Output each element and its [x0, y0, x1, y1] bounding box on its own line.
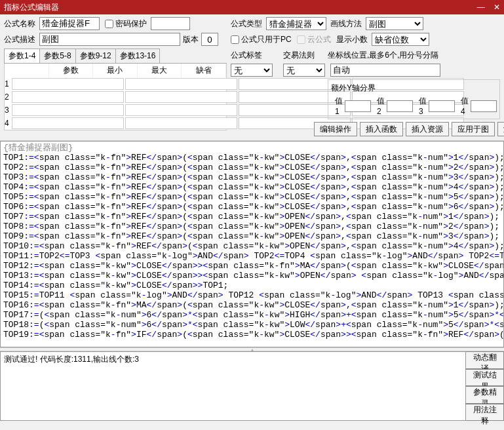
password-checkbox[interactable] [105, 20, 113, 28]
coordpos-field[interactable] [330, 64, 440, 77]
tab-params-13-16[interactable]: 参数13-16 [115, 49, 161, 63]
status-message: 测试通过! 代码长度:1311,输出线个数:3 [0, 351, 466, 421]
insfn-button[interactable]: 插入函数 [360, 122, 403, 136]
extra-y-group: 额外Y轴分界 值1 值2 值3 值4 [328, 79, 500, 119]
param-1-min[interactable] [125, 78, 237, 90]
label-traderule: 交易法则 [283, 50, 319, 61]
param-3-min[interactable] [125, 104, 237, 116]
code-editor[interactable]: {猎金捕捉器副图} TOP1:=<span class="k-fn">REF</… [0, 141, 504, 347]
drawmethod-select[interactable]: 副图 [366, 17, 423, 30]
label-pconly: 公式只用于PC [241, 34, 292, 45]
param-4-min[interactable] [125, 117, 237, 129]
window-title: 指标公式编辑器 [4, 2, 59, 13]
tab-params-9-12[interactable]: 参数9-12 [75, 49, 116, 63]
top-panel: 公式名称 密码保护 公式描述 版本 参数1-4 参数5-8 参数9-12 参数1… [0, 14, 504, 141]
type-select[interactable]: 猎金捕捉器 [266, 17, 326, 30]
v3-field[interactable] [429, 100, 455, 112]
label-v4: 值4 [461, 96, 469, 116]
v1-field[interactable] [345, 100, 371, 112]
tab-params-1-4[interactable]: 参数1-4 [4, 49, 40, 63]
param-1-name[interactable] [12, 78, 124, 90]
editop-button[interactable]: 编辑操作 [314, 122, 357, 136]
param-grid: 参数 最小 最大 缺省 1234 [4, 64, 227, 130]
paramwiz-button[interactable]: 参数精灵 [466, 386, 504, 404]
password-field[interactable] [151, 17, 190, 30]
titlebar: 指标公式编辑器 — ✕ [0, 0, 504, 14]
label-type: 公式类型 [231, 18, 266, 29]
label-drawmethod: 画线方法 [330, 18, 366, 29]
usage-button[interactable]: 用法注释 [466, 404, 504, 421]
label-coordpos: 坐标线位置,最多6个,用分号分隔 [328, 50, 438, 61]
version-field[interactable] [201, 33, 218, 46]
label-pwd: 密码保护 [115, 18, 147, 29]
param-tabs: 参数1-4 参数5-8 参数9-12 参数13-16 [4, 49, 227, 64]
tag-select[interactable]: 无 [231, 64, 273, 77]
insres-button[interactable]: 插入资源 [406, 122, 449, 136]
param-header-name: 参数 [49, 64, 94, 77]
param-header-default: 缺省 [182, 64, 226, 77]
label-cloud: 云公式 [307, 34, 331, 45]
pconly-checkbox[interactable] [231, 35, 239, 44]
apply-button[interactable]: 应用于图 [452, 122, 495, 136]
param-header-min: 最小 [93, 64, 138, 77]
param-2-min[interactable] [125, 91, 237, 103]
dyntrans-button[interactable]: 动态翻译 [466, 351, 504, 369]
label-tag: 公式标签 [231, 50, 266, 61]
name-field[interactable] [39, 17, 100, 30]
desc-field[interactable] [39, 33, 180, 46]
minimize-icon[interactable]: — [477, 3, 485, 12]
param-4-name[interactable] [12, 117, 124, 129]
tab-params-5-8[interactable]: 参数5-8 [39, 49, 75, 63]
label-extray: 额外Y轴分界 [331, 83, 376, 92]
label-ver: 版本 [183, 34, 199, 45]
label-v3: 值3 [419, 96, 427, 116]
close-icon[interactable]: ✕ [494, 3, 500, 12]
label-v1: 值1 [335, 96, 343, 116]
param-3-name[interactable] [12, 104, 124, 116]
testres-button[interactable]: 测试结果 [466, 369, 504, 387]
label-name: 公式名称 [4, 18, 39, 29]
traderule-select[interactable]: 无 [283, 64, 325, 77]
test-button[interactable]: 测试公式 [497, 122, 504, 136]
label-v2: 值2 [377, 96, 385, 116]
label-desc: 公式描述 [4, 34, 39, 45]
param-header-max: 最大 [138, 64, 182, 77]
v2-field[interactable] [387, 100, 413, 112]
param-2-name[interactable] [12, 91, 124, 103]
cloud-checkbox[interactable] [297, 35, 305, 44]
v4-field[interactable] [471, 100, 497, 112]
label-decimals: 显示小数 [336, 34, 372, 45]
decimals-select[interactable]: 缺省位数 [372, 33, 429, 46]
